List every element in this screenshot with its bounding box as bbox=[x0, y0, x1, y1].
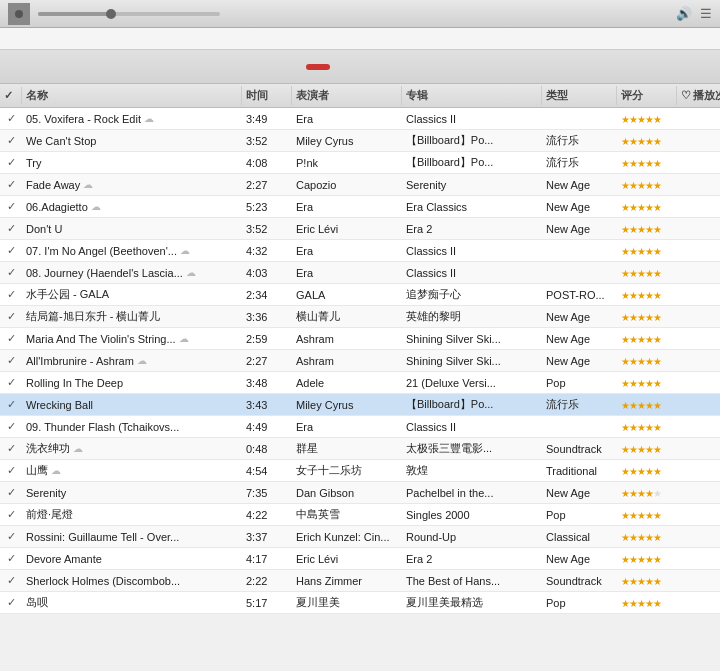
table-row[interactable]: ✓ Devore Amante 4:17 Eric Lévi Era 2 New… bbox=[0, 548, 720, 570]
table-row[interactable]: ✓ 07. I'm No Angel (Beethoven'... ☁ 4:32… bbox=[0, 240, 720, 262]
table-row[interactable]: ✓ 08. Journey (Haendel's Lascia... ☁ 4:0… bbox=[0, 262, 720, 284]
row-plays: 73 bbox=[677, 245, 720, 257]
row-rating[interactable]: ★★★★★ bbox=[617, 135, 677, 147]
row-checkbox[interactable]: ✓ bbox=[0, 376, 22, 389]
row-checkbox[interactable]: ✓ bbox=[0, 574, 22, 587]
row-checkbox[interactable]: ✓ bbox=[0, 508, 22, 521]
star-rating: ★★★★★ bbox=[621, 158, 661, 169]
table-row[interactable]: ✓ Wrecking Ball 3:43 Miley Cyrus 【Billbo… bbox=[0, 394, 720, 416]
table-row[interactable]: ✓ Serenity 7:35 Dan Gibson Pachelbel in … bbox=[0, 482, 720, 504]
menu-icon[interactable]: ☰ bbox=[700, 6, 712, 21]
row-checkbox[interactable]: ✓ bbox=[0, 134, 22, 147]
volume-icon[interactable]: 🔊 bbox=[676, 6, 692, 21]
col-time[interactable]: 时间 bbox=[242, 86, 292, 105]
row-checkbox[interactable]: ✓ bbox=[0, 398, 22, 411]
menu-bar bbox=[0, 28, 720, 50]
table-row[interactable]: ✓ Maria And The Violin's String... ☁ 2:5… bbox=[0, 328, 720, 350]
col-plays[interactable]: ♡ 播放次数 bbox=[677, 86, 720, 105]
row-rating[interactable]: ★★★★★ bbox=[617, 377, 677, 389]
row-checkbox[interactable]: ✓ bbox=[0, 156, 22, 169]
row-genre: New Age bbox=[542, 333, 617, 345]
tab-my-music[interactable] bbox=[278, 64, 302, 70]
col-rating[interactable]: 评分 bbox=[617, 86, 677, 105]
row-checkbox[interactable]: ✓ bbox=[0, 486, 22, 499]
row-name: Maria And The Violin's String... ☁ bbox=[22, 333, 242, 345]
row-rating[interactable]: ★★★★★ bbox=[617, 487, 677, 499]
table-row[interactable]: ✓ 前燈·尾燈 4:22 中島英雪 Singles 2000 Pop ★★★★★… bbox=[0, 504, 720, 526]
row-rating[interactable]: ★★★★★ bbox=[617, 311, 677, 323]
row-time: 3:36 bbox=[242, 311, 292, 323]
row-rating[interactable]: ★★★★★ bbox=[617, 179, 677, 191]
table-row[interactable]: ✓ 洗衣绅功 ☁ 0:48 群星 太极張三豐電影... Soundtrack ★… bbox=[0, 438, 720, 460]
col-genre[interactable]: 类型 bbox=[542, 86, 617, 105]
row-rating[interactable]: ★★★★★ bbox=[617, 509, 677, 521]
row-name: 05. Voxifera - Rock Edit ☁ bbox=[22, 113, 242, 125]
row-checkbox[interactable]: ✓ bbox=[0, 266, 22, 279]
row-rating[interactable]: ★★★★★ bbox=[617, 157, 677, 169]
row-rating[interactable]: ★★★★★ bbox=[617, 223, 677, 235]
row-rating[interactable]: ★★★★★ bbox=[617, 201, 677, 213]
row-checkbox[interactable]: ✓ bbox=[0, 178, 22, 191]
row-checkbox[interactable]: ✓ bbox=[0, 244, 22, 257]
row-album: The Best of Hans... bbox=[402, 575, 542, 587]
row-artist: 夏川里美 bbox=[292, 595, 402, 610]
col-album[interactable]: 专辑 bbox=[402, 86, 542, 105]
row-checkbox[interactable]: ✓ bbox=[0, 310, 22, 323]
table-row[interactable]: ✓ Sherlock Holmes (Discombob... 2:22 Han… bbox=[0, 570, 720, 592]
tab-playlist[interactable] bbox=[306, 64, 330, 70]
row-artist: 群星 bbox=[292, 441, 402, 456]
row-rating[interactable]: ★★★★★ bbox=[617, 575, 677, 587]
tab-new-content[interactable] bbox=[362, 64, 386, 70]
progress-bar[interactable] bbox=[38, 12, 220, 16]
table-row[interactable]: ✓ Rolling In The Deep 3:48 Adele 21 (Del… bbox=[0, 372, 720, 394]
row-rating[interactable]: ★★★★★ bbox=[617, 333, 677, 345]
row-rating[interactable]: ★★★★★ bbox=[617, 399, 677, 411]
row-checkbox[interactable]: ✓ bbox=[0, 200, 22, 213]
table-row[interactable]: ✓ Rossini: Guillaume Tell - Over... 3:37… bbox=[0, 526, 720, 548]
row-rating[interactable]: ★★★★★ bbox=[617, 597, 677, 609]
row-checkbox[interactable]: ✓ bbox=[0, 420, 22, 433]
tab-for-you[interactable] bbox=[334, 64, 358, 70]
row-checkbox[interactable]: ✓ bbox=[0, 112, 22, 125]
col-artist[interactable]: 表演者 bbox=[292, 86, 402, 105]
top-bar: 🔊 ☰ bbox=[0, 0, 720, 28]
row-rating[interactable]: ★★★★★ bbox=[617, 531, 677, 543]
tab-radio[interactable] bbox=[390, 64, 414, 70]
table-row[interactable]: ✓ 山鹰 ☁ 4:54 女子十二乐坊 敦煌 Traditional ★★★★★ … bbox=[0, 460, 720, 482]
table-row[interactable]: ✓ Try 4:08 P!nk 【Billboard】Po... 流行乐 ★★★… bbox=[0, 152, 720, 174]
row-plays: 55 bbox=[677, 443, 720, 455]
table-row[interactable]: ✓ We Can't Stop 3:52 Miley Cyrus 【Billbo… bbox=[0, 130, 720, 152]
row-checkbox[interactable]: ✓ bbox=[0, 464, 22, 477]
row-rating[interactable]: ★★★★★ bbox=[617, 553, 677, 565]
tab-connect[interactable] bbox=[418, 64, 442, 70]
row-plays: 76 bbox=[677, 223, 720, 235]
row-rating[interactable]: ★★★★★ bbox=[617, 355, 677, 367]
table-row[interactable]: ✓ All'Imbrunire - Ashram ☁ 2:27 Ashram S… bbox=[0, 350, 720, 372]
table-row[interactable]: ✓ Don't U 3:52 Eric Lévi Era 2 New Age ★… bbox=[0, 218, 720, 240]
row-rating[interactable]: ★★★★★ bbox=[617, 443, 677, 455]
col-name[interactable]: 名称 bbox=[22, 86, 242, 105]
table-row[interactable]: ✓ Fade Away ☁ 2:27 Capozio Serenity New … bbox=[0, 174, 720, 196]
row-checkbox[interactable]: ✓ bbox=[0, 222, 22, 235]
table-row[interactable]: ✓ 结局篇-旭日东升 - 横山菁儿 3:36 横山菁儿 英雄的黎明 New Ag… bbox=[0, 306, 720, 328]
row-checkbox[interactable]: ✓ bbox=[0, 332, 22, 345]
row-rating[interactable]: ★★★★★ bbox=[617, 245, 677, 257]
row-rating[interactable]: ★★★★★ bbox=[617, 113, 677, 125]
row-checkbox[interactable]: ✓ bbox=[0, 354, 22, 367]
row-time: 2:59 bbox=[242, 333, 292, 345]
row-rating[interactable]: ★★★★★ bbox=[617, 289, 677, 301]
row-checkbox[interactable]: ✓ bbox=[0, 552, 22, 565]
table-row[interactable]: ✓ 水手公园 - GALA 2:34 GALA 追梦痴子心 POST-RO...… bbox=[0, 284, 720, 306]
row-rating[interactable]: ★★★★★ bbox=[617, 267, 677, 279]
table-row[interactable]: ✓ 05. Voxifera - Rock Edit ☁ 3:49 Era Cl… bbox=[0, 108, 720, 130]
row-rating[interactable]: ★★★★★ bbox=[617, 465, 677, 477]
row-time: 3:52 bbox=[242, 135, 292, 147]
row-checkbox[interactable]: ✓ bbox=[0, 530, 22, 543]
row-checkbox[interactable]: ✓ bbox=[0, 288, 22, 301]
row-checkbox[interactable]: ✓ bbox=[0, 596, 22, 609]
table-row[interactable]: ✓ 岛呗 5:17 夏川里美 夏川里美最精选 Pop ★★★★★ 44 bbox=[0, 592, 720, 614]
row-checkbox[interactable]: ✓ bbox=[0, 442, 22, 455]
table-row[interactable]: ✓ 06.Adagietto ☁ 5:23 Era Era Classics N… bbox=[0, 196, 720, 218]
row-rating[interactable]: ★★★★★ bbox=[617, 421, 677, 433]
table-row[interactable]: ✓ 09. Thunder Flash (Tchaikovs... 4:49 E… bbox=[0, 416, 720, 438]
